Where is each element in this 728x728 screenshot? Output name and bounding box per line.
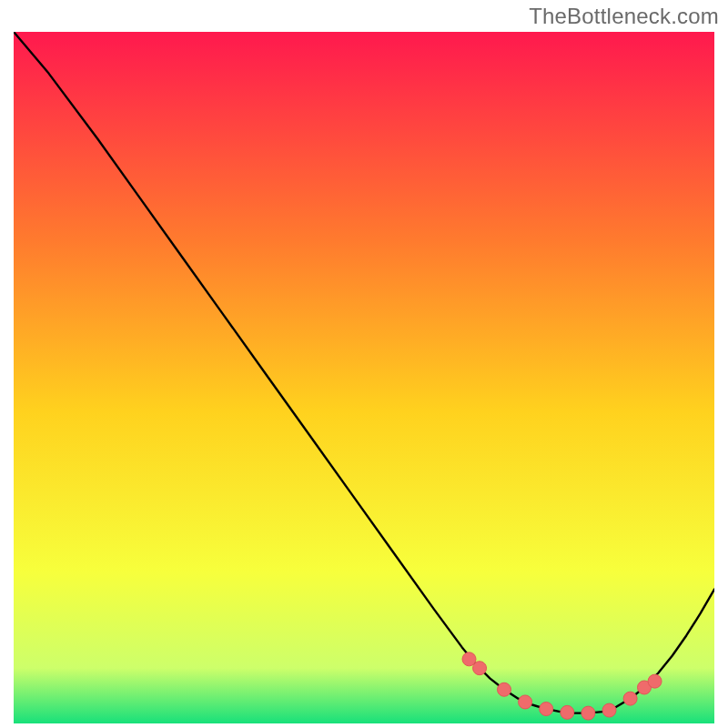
highlight-marker: [540, 703, 553, 716]
highlight-marker: [648, 674, 662, 688]
bottleneck-chart: [14, 32, 714, 723]
chart-container: TheBottleneck.com: [0, 0, 728, 728]
gradient-background: [14, 32, 714, 723]
highlight-marker: [581, 706, 595, 720]
highlight-marker: [602, 703, 616, 717]
highlight-marker: [623, 692, 637, 705]
highlight-marker: [473, 662, 487, 675]
attribution-label: TheBottleneck.com: [529, 4, 719, 29]
highlight-marker: [498, 682, 511, 696]
highlight-marker: [561, 705, 574, 719]
highlight-marker: [519, 695, 532, 709]
plot-area: [14, 32, 714, 723]
